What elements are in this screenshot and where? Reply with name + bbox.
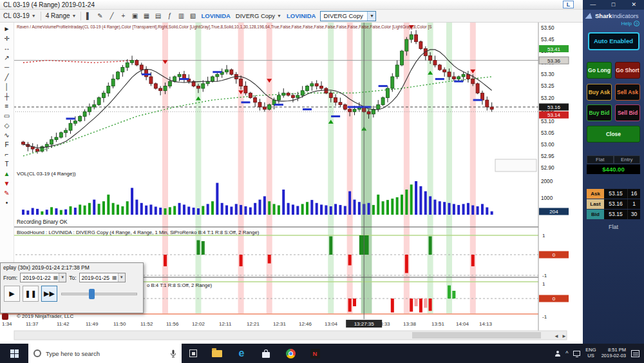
resize-icon[interactable]: ↔ [1, 43, 14, 53]
go-long-button[interactable]: Go Long [587, 62, 612, 79]
indicator-icon[interactable]: ƒ [164, 11, 175, 21]
people-icon[interactable] [555, 351, 560, 357]
auto-enabled-button[interactable]: Auto Enabled [588, 32, 639, 50]
vertical-line-icon[interactable]: │ [1, 82, 14, 92]
edge-icon: e [239, 348, 245, 359]
language-bottom: US [585, 353, 596, 359]
network-icon[interactable] [573, 351, 580, 356]
svg-text:1: 1 [542, 233, 545, 239]
wave-tool-icon[interactable]: ∿ [1, 130, 14, 140]
sell-bid-button[interactable]: Sell Bid [615, 104, 640, 121]
instrument-selector[interactable]: CL 03-19 ▼ [0, 10, 39, 22]
taskbar-file-explorer[interactable] [205, 344, 229, 363]
svg-text:VOL(CL 03-19 (4 Range)): VOL(CL 03-19 (4 Range)) [17, 171, 76, 177]
link-button[interactable]: L [563, 1, 574, 8]
clock-date: 2019-02-03 [601, 353, 626, 359]
crosshair-icon[interactable]: + [117, 11, 129, 21]
start-button[interactable] [0, 344, 28, 363]
slider-thumb[interactable] [89, 289, 95, 299]
svg-text:11:42: 11:42 [57, 321, 70, 327]
from-date-input[interactable]: 2019-01-22 ▦ ▼ [20, 273, 66, 282]
pencil-icon[interactable]: ✎ [94, 11, 106, 21]
buy-ask-button[interactable]: Buy Ask [587, 84, 612, 101]
connection-status-icon [2, 313, 8, 320]
taskbar-chrome[interactable] [278, 344, 303, 363]
maximize-button[interactable]: □ [603, 0, 624, 10]
svg-text:14:13: 14:13 [479, 321, 493, 327]
sell-ask-button[interactable]: Sell Ask [615, 84, 640, 101]
to-date-value: 2019-01-25 [80, 275, 111, 281]
toolbar-separator [80, 12, 81, 21]
diamond-tool-icon[interactable]: ◇ [1, 121, 14, 130]
close-button[interactable]: ✕ [623, 0, 644, 10]
svg-text:1:34: 1:34 [2, 321, 12, 327]
chevron-down-icon[interactable]: ▼ [118, 273, 125, 282]
taskbar-search[interactable]: Type here to search [28, 344, 182, 363]
strategy-value-label: DIVERG Copy [321, 12, 367, 19]
pointer-icon[interactable]: ► [1, 24, 14, 34]
strategy-dropdown-1[interactable]: DIVERG Copy ▼ [233, 12, 284, 19]
buy-bid-button[interactable]: Buy Bid [587, 104, 612, 121]
replay-speed-slider[interactable] [60, 287, 140, 301]
cursor-icon[interactable]: ✛ [1, 34, 14, 43]
svg-text:0: 0 [553, 296, 556, 302]
svg-text:53.05: 53.05 [541, 130, 554, 136]
parallel-lines-icon[interactable]: ≡ [1, 101, 14, 111]
arrow-draw-icon[interactable]: ↗ [1, 53, 14, 63]
svg-text:53.41: 53.41 [547, 46, 561, 52]
language-indicator[interactable]: ENG US [585, 348, 596, 358]
entry-cell: Entry [614, 155, 641, 164]
brand-name-light: Indicators [612, 12, 638, 19]
fast-forward-button[interactable]: ▶▶ [41, 286, 57, 302]
task-view-button[interactable] [182, 344, 205, 363]
pause-button[interactable]: ❚❚ [23, 286, 39, 302]
brand-row: SharkIndicators [583, 10, 644, 19]
svg-text:2000: 2000 [541, 179, 553, 184]
panels-icon[interactable]: ▤ [152, 11, 164, 21]
svg-text:►: ► [562, 333, 567, 339]
play-button[interactable]: ▶ [4, 286, 20, 302]
to-date-input[interactable]: 2019-01-25 ▦ ▼ [79, 273, 126, 282]
chart-style-icon[interactable]: ▌ [82, 11, 94, 21]
snapshot-icon[interactable]: ▣ [129, 11, 140, 21]
cross-line-icon[interactable]: ┼ [1, 92, 14, 101]
chevron-down-icon[interactable]: ▼ [59, 273, 66, 282]
position-status: Flat [583, 224, 644, 230]
down-arrow-marker-icon[interactable]: ▼ [1, 179, 14, 188]
go-short-button[interactable]: Go Short [615, 62, 640, 79]
toolbar-icon-group: ▌✎╱+▣▦▤ƒ▥▧ [82, 11, 198, 21]
text-tool-icon[interactable]: T [1, 159, 14, 169]
up-arrow-marker-icon[interactable]: ▲ [1, 169, 14, 179]
dot-marker-icon[interactable]: • [1, 198, 14, 208]
data-box-icon[interactable]: ▥ [175, 11, 187, 21]
slider-track [61, 293, 137, 295]
search-icon [33, 349, 41, 357]
chevron-down-icon: ▼ [367, 12, 375, 21]
rectangle-tool-icon[interactable]: ▭ [1, 111, 14, 121]
microphone-icon[interactable] [170, 349, 176, 358]
help-icon[interactable]: ? [634, 21, 639, 26]
ruler-icon[interactable]: ⌐ [1, 150, 14, 159]
hidden-icons-chevron[interactable]: ^ [565, 350, 568, 357]
strategy-dropdown-2[interactable]: DIVERG Copy ▼ [320, 11, 376, 21]
help-link[interactable]: Help [621, 21, 632, 26]
taskbar-store[interactable] [254, 344, 278, 363]
grid-icon[interactable]: ▦ [140, 11, 152, 21]
diagonal-line-icon[interactable]: ╱ [1, 72, 14, 82]
taskbar-ninjatrader[interactable]: N [303, 344, 327, 363]
svg-text:1: 1 [542, 281, 545, 287]
minimize-button[interactable]: — [583, 0, 603, 10]
period-selector[interactable]: 4 Range ▼ [43, 10, 80, 22]
close-position-button[interactable]: Close [587, 126, 640, 142]
action-center-icon[interactable] [631, 350, 639, 357]
fibonacci-icon[interactable]: F [1, 140, 14, 150]
trendline-icon[interactable]: ╱ [106, 11, 117, 21]
horizontal-line-icon[interactable]: ─ [1, 63, 14, 72]
taskbar-clock[interactable]: 8:51 PM 2019-02-03 [601, 348, 626, 358]
svg-text:© 2019 NinjaTrader, LLC: © 2019 NinjaTrader, LLC [17, 313, 74, 319]
svg-text:53.14: 53.14 [547, 112, 561, 118]
taskbar-edge[interactable]: e [229, 344, 254, 363]
svg-text:13:04: 13:04 [325, 321, 338, 327]
chart-trader-icon[interactable]: ▧ [187, 11, 198, 21]
pen-marker-icon[interactable]: ✎ [1, 188, 14, 198]
